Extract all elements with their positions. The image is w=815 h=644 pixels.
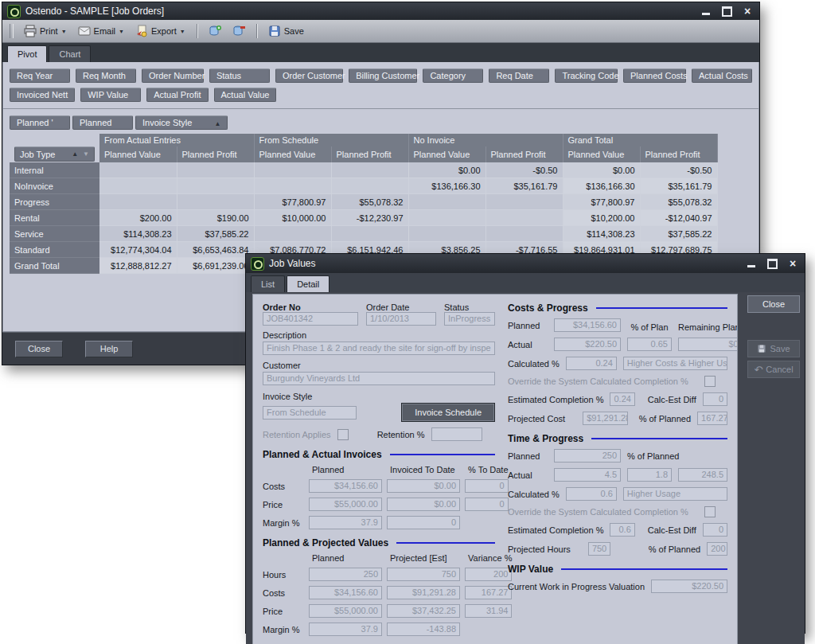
pivot-field-order-number[interactable]: Order Number: [142, 68, 204, 83]
jv-title-bar[interactable]: Job Values ×: [246, 254, 805, 273]
pivot-cell[interactable]: [331, 178, 408, 194]
pivot-field-status[interactable]: Status: [209, 68, 270, 83]
pivot-field-req-month[interactable]: Req Month: [76, 68, 136, 83]
pivot-field-actual-costs[interactable]: Actual Costs: [692, 68, 752, 83]
invoice-schedule-button[interactable]: Invoice Schedule: [401, 403, 495, 422]
maximize-button[interactable]: [718, 5, 735, 18]
pivot-cell[interactable]: [99, 162, 177, 178]
pivot-cell[interactable]: $6,691,239.06: [177, 258, 254, 274]
pivot-cell[interactable]: [177, 178, 254, 194]
pivot-cell[interactable]: -$12,040.97: [640, 210, 717, 226]
pivot-cell[interactable]: [485, 226, 563, 242]
pivot-cell[interactable]: $200.00: [99, 210, 177, 226]
pivot-row-header[interactable]: Service: [10, 226, 99, 242]
pivot-field-actual-profit[interactable]: Actual Profit: [146, 88, 208, 102]
pivot-cell[interactable]: [485, 194, 563, 210]
pivot-row-header[interactable]: Grand Total: [10, 258, 99, 274]
pivot-value-header[interactable]: Planned Profit: [485, 146, 563, 162]
pivot-column-field-planned[interactable]: Planned: [72, 115, 133, 130]
pivot-row-header[interactable]: Progress: [10, 194, 99, 210]
pivot-value-header[interactable]: Planned Value: [254, 146, 331, 162]
pivot-cell[interactable]: $136,166.30: [408, 178, 485, 194]
print-button[interactable]: Print▼: [19, 23, 72, 39]
help-button[interactable]: Help: [85, 341, 133, 357]
pivot-field-category[interactable]: Category: [423, 68, 483, 83]
pivot-cell[interactable]: [408, 226, 485, 242]
minimize-button[interactable]: [697, 5, 715, 18]
pivot-field-tracking-code[interactable]: Tracking Code: [555, 68, 618, 83]
pivot-cell[interactable]: $0.00: [563, 162, 640, 178]
pivot-cell[interactable]: $6,653,463.84: [177, 242, 254, 258]
pivot-field-planned-costs[interactable]: Planned Costs: [623, 68, 686, 83]
expand-all-button[interactable]: [204, 23, 226, 39]
pivot-cell[interactable]: [99, 178, 177, 194]
pivot-cell[interactable]: $114,308.23: [99, 226, 177, 242]
pivot-group-header[interactable]: No Invoice: [408, 134, 563, 146]
pivot-cell[interactable]: [99, 194, 177, 210]
pivot-cell[interactable]: [254, 178, 331, 194]
pivot-field-wip-value[interactable]: WIP Value: [80, 88, 141, 102]
tab-pivot[interactable]: Pivot: [7, 45, 47, 62]
pivot-value-header[interactable]: Planned Value: [99, 146, 177, 162]
filter-icon[interactable]: ▼: [83, 150, 89, 158]
pivot-field-order-customer[interactable]: Order Customer: [275, 68, 343, 83]
pivot-value-header[interactable]: Planned Profit: [331, 146, 408, 162]
pivot-cell[interactable]: -$0.50: [485, 162, 563, 178]
pivot-cell[interactable]: -$0.50: [640, 162, 717, 178]
pivot-cell[interactable]: $12,888,812.27: [99, 258, 177, 274]
close-button[interactable]: Close: [15, 341, 63, 357]
save-button[interactable]: Save: [263, 23, 309, 39]
jv-tab-list[interactable]: List: [251, 275, 285, 292]
title-bar[interactable]: Ostendo - SAMPLE [Job Orders] ×: [2, 2, 759, 20]
pivot-cell[interactable]: $10,200.00: [563, 210, 640, 226]
pivot-value-header[interactable]: Planned Value: [408, 146, 485, 162]
pivot-field-req-date[interactable]: Req Date: [489, 68, 549, 83]
toolbar-grip[interactable]: [10, 24, 14, 38]
pivot-row-header[interactable]: NoInvoice: [10, 178, 99, 194]
export-button[interactable]: Export▼: [131, 23, 190, 39]
pivot-field-billing-customer[interactable]: Billing Customer: [349, 68, 417, 83]
pivot-cell[interactable]: $12,774,304.04: [99, 242, 177, 258]
pivot-group-header[interactable]: From Actual Entries: [99, 134, 254, 146]
pivot-cell[interactable]: $0.00: [408, 162, 485, 178]
pivot-cell[interactable]: [408, 194, 485, 210]
pivot-cell[interactable]: $35,161.79: [485, 178, 563, 194]
pivot-cell[interactable]: $37,585.22: [640, 226, 717, 242]
pivot-value-header[interactable]: Planned Profit: [177, 146, 254, 162]
tab-chart[interactable]: Chart: [49, 45, 91, 62]
pivot-cell[interactable]: $37,585.22: [177, 226, 254, 242]
email-button[interactable]: Email▼: [73, 23, 129, 39]
pivot-cell[interactable]: $136,166.30: [563, 178, 640, 194]
pivot-cell[interactable]: $77,800.97: [254, 194, 331, 210]
pivot-cell[interactable]: -$12,230.97: [331, 210, 408, 226]
pivot-group-header[interactable]: Grand Total: [563, 134, 717, 146]
pivot-row-header[interactable]: Standard: [10, 242, 99, 258]
pivot-cell[interactable]: $190.00: [177, 210, 254, 226]
jv-close-button[interactable]: Close: [747, 295, 800, 313]
tp-override-checkbox[interactable]: [704, 506, 716, 517]
collapse-all-button[interactable]: [228, 23, 250, 39]
pivot-field-actual-value[interactable]: Actual Value: [214, 88, 277, 102]
pivot-cell[interactable]: $35,161.79: [640, 178, 717, 194]
jv-maximize-button[interactable]: [763, 257, 781, 270]
pivot-cell[interactable]: $55,078.32: [331, 194, 408, 210]
pivot-value-header[interactable]: Planned Value: [563, 146, 640, 162]
pivot-column-field-invoice-style[interactable]: Invoice Style▲: [135, 115, 228, 130]
jv-close-window-button[interactable]: ×: [784, 257, 801, 270]
pivot-cell[interactable]: [177, 194, 254, 210]
pivot-field-invoiced-nett[interactable]: Invoiced Nett: [10, 88, 75, 102]
pivot-cell[interactable]: [254, 226, 331, 242]
pivot-field-req-year[interactable]: Req Year: [10, 68, 70, 83]
pivot-cell[interactable]: [254, 162, 331, 178]
pivot-row-header[interactable]: Rental: [10, 210, 99, 226]
close-window-button[interactable]: ×: [739, 5, 756, 18]
jv-tab-detail[interactable]: Detail: [287, 275, 330, 292]
pivot-value-header[interactable]: Planned Profit: [640, 146, 717, 162]
job-type-header[interactable]: Job Type▲▼: [14, 146, 95, 162]
pivot-cell[interactable]: $77,800.97: [563, 194, 640, 210]
pivot-cell[interactable]: [331, 226, 408, 242]
pivot-cell[interactable]: $10,000.00: [254, 210, 331, 226]
jv-minimize-button[interactable]: [743, 257, 760, 270]
pivot-cell[interactable]: [408, 210, 485, 226]
pivot-cell[interactable]: [485, 210, 563, 226]
